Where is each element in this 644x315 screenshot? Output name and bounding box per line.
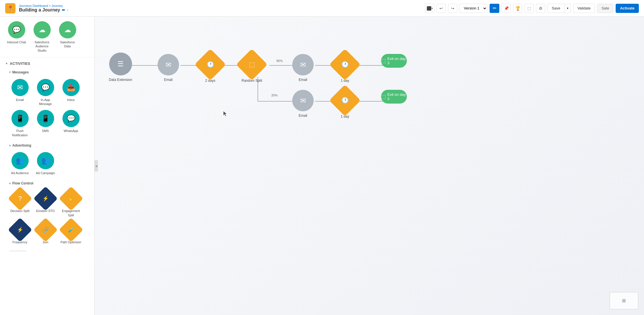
- canvas-minimap[interactable]: ⬛: [610, 292, 638, 309]
- messages-subsection-header[interactable]: ▾ Messages: [0, 68, 94, 77]
- sidebar-item-sms[interactable]: 📱 SMS: [35, 110, 56, 137]
- ad-campaign-label: Ad Campaign: [36, 171, 55, 175]
- messages-grid: ✉ Email 💬 In-App Message 📥 Inbox 📱 Push …: [0, 77, 94, 141]
- flow-control-label: Flow Control: [12, 181, 33, 185]
- edit-mode-button[interactable]: ✏: [490, 4, 499, 13]
- in-app-message-label: In-App Message: [35, 98, 56, 106]
- sidebar-item-whatsapp[interactable]: 💬 WhatsApp: [60, 110, 82, 137]
- sms-icon: 📱: [37, 110, 54, 127]
- flow-control-grid: ? Decision Split ⚡ Einstein STO ✋: [0, 188, 94, 248]
- sidebar-collapse-handle[interactable]: ◀: [95, 160, 98, 172]
- inbound-chat-label: Inbound Chat: [7, 40, 26, 44]
- messages-label: Messages: [12, 70, 29, 74]
- pointer-tool-button[interactable]: ⬛•: [425, 4, 434, 13]
- sidebar-item-engagement-split[interactable]: ✋ Engagement Split: [60, 190, 82, 217]
- engagement-split-icon: ✋: [59, 186, 83, 211]
- ad-audience-label: Ad Audience: [11, 171, 29, 175]
- ad-audience-icon: 👥: [11, 152, 29, 169]
- audience-studio-label: Salesforce Audience Studio: [31, 40, 53, 52]
- whatsapp-icon: 💬: [62, 110, 80, 127]
- pin-button[interactable]: 📌: [502, 4, 511, 13]
- sidebar-item-decision-split[interactable]: ? Decision Split: [9, 190, 31, 217]
- email1-node[interactable]: ✉ Email: [158, 54, 179, 82]
- random-split-node[interactable]: ⬚ Random Split: [241, 53, 263, 83]
- main-layout: 💬 Inbound Chat ☁ Salesforce Audience Stu…: [0, 17, 644, 315]
- messages-chevron-icon: ▾: [9, 71, 11, 74]
- sidebar-item-einstein-sto[interactable]: ⚡ Einstein STO: [35, 190, 56, 217]
- sidebar-item-salesforce-data[interactable]: ☁ Salesforce Data: [57, 21, 78, 52]
- activities-label: ACTIVITIES: [10, 61, 30, 66]
- path-optimizer-icon: 🧪: [59, 218, 83, 242]
- save-button[interactable]: Save: [547, 4, 565, 13]
- settings-button[interactable]: ⚙: [536, 4, 545, 13]
- breadcrumb-top[interactable]: Journeys Dashboard > Journey: [19, 4, 68, 7]
- salesforce-data-icon: ☁: [59, 21, 76, 38]
- sms-label: SMS: [42, 129, 49, 133]
- sidebar-item-push[interactable]: 📱 Push Notification: [9, 110, 31, 137]
- exit-top-node[interactable]: ⬚ Exit on day 3: [381, 54, 407, 68]
- sidebar-item-audience-studio[interactable]: ☁ Salesforce Audience Studio: [31, 21, 53, 52]
- email1-label: Email: [164, 78, 172, 82]
- flow-control-subsection-header[interactable]: ▾ Flow Control: [0, 179, 94, 188]
- redo-button[interactable]: ↪: [448, 4, 457, 13]
- canvas[interactable]: 80% 20% ☰ Data Extension ✉ Email 🕐 2 day…: [95, 17, 644, 315]
- sidebar-item-path-optimizer[interactable]: 🧪 Path Optimizer: [60, 221, 82, 244]
- validate-button[interactable]: Validate: [573, 4, 595, 13]
- exit-bottom-label: Exit on day 3: [387, 92, 407, 101]
- sidebar-item-join[interactable]: 🔗 Join: [35, 221, 56, 244]
- advertising-chevron-icon: ▾: [9, 144, 11, 147]
- goal-button[interactable]: 🏆: [513, 4, 522, 13]
- activities-section-header[interactable]: ▾ ACTIVITIES: [0, 57, 94, 68]
- sidebar-item-ad-audience[interactable]: 👥 Ad Audience: [9, 152, 31, 175]
- salesforce-data-label: Salesforce Data: [57, 40, 78, 48]
- sidebar-item-in-app-message[interactable]: 💬 In-App Message: [35, 79, 56, 106]
- email2-node[interactable]: ✉ Email: [292, 54, 314, 82]
- decision-split-icon: ?: [8, 186, 32, 211]
- activities-chevron-icon: ▾: [6, 62, 7, 65]
- email1-icon: ✉: [158, 54, 179, 75]
- exit-top-icon: ⬚ Exit on day 3: [381, 54, 407, 68]
- sidebar-item-email[interactable]: ✉ Email: [9, 79, 31, 106]
- state-badge: Sate: [597, 4, 614, 13]
- email2-icon: ✉: [292, 54, 314, 75]
- breadcrumb-chevron-icon: ›: [67, 8, 68, 12]
- advertising-grid: 👥 Ad Audience 👥 Ad Campaign: [0, 150, 94, 179]
- advertising-label: Advertising: [12, 143, 31, 147]
- data-extension-label: Data Extension: [109, 78, 132, 82]
- sidebar-item-inbound-chat[interactable]: 💬 Inbound Chat: [6, 21, 27, 52]
- sidebar-item-inbox[interactable]: 📥 Inbox: [60, 79, 82, 106]
- email-label: Email: [16, 98, 24, 102]
- data-extension-node[interactable]: ☰ Data Extension: [109, 52, 132, 82]
- activate-button[interactable]: Activate: [616, 4, 639, 13]
- email-icon: ✉: [11, 79, 29, 96]
- exit-bottom-icon: ⬚ Exit on day 3: [381, 90, 407, 104]
- advertising-subsection-header[interactable]: ▾ Advertising: [0, 141, 94, 150]
- engagement-split-label: Engagement Split: [60, 209, 82, 217]
- version-select[interactable]: Version 1: [460, 4, 487, 13]
- email2-label: Email: [299, 78, 307, 82]
- audience-studio-icon: ☁: [34, 21, 51, 38]
- export-button[interactable]: ⬚: [525, 4, 534, 13]
- breadcrumb: Journeys Dashboard > Journey Building a …: [19, 4, 68, 13]
- wait-1day-bottom-node[interactable]: 🕐 1 day: [334, 89, 356, 118]
- email3-node[interactable]: ✉ Email: [292, 90, 314, 118]
- wait-1day-top-node[interactable]: 🕐 1 day: [334, 53, 356, 83]
- wait-1day-top-icon: 🕐: [329, 49, 361, 80]
- sidebar-item-frequency[interactable]: ⚡ Frequency: [9, 221, 31, 244]
- email3-label: Email: [299, 114, 307, 118]
- email3-icon: ✉: [292, 90, 314, 111]
- wait-2days-icon: 🕐: [195, 49, 226, 80]
- sidebar-item-ad-campaign[interactable]: 👥 Ad Campaign: [35, 152, 56, 175]
- wait-2days-node[interactable]: 🕐 2 days: [199, 53, 221, 83]
- ad-campaign-icon: 👥: [37, 152, 54, 169]
- topbar: 📍 Journeys Dashboard > Journey Building …: [0, 0, 644, 17]
- top-path-percentage: 80%: [276, 59, 283, 63]
- frequency-icon: ⚡: [8, 218, 32, 242]
- exit-bottom-node[interactable]: ⬚ Exit on day 3: [381, 90, 407, 104]
- save-dropdown-button[interactable]: ▾: [565, 4, 571, 13]
- inbound-chat-icon: 💬: [8, 21, 25, 38]
- push-notification-label: Push Notification: [9, 129, 31, 137]
- undo-button[interactable]: ↩: [437, 4, 446, 13]
- edit-title-icon[interactable]: ✏: [62, 8, 65, 12]
- push-notification-icon: 📱: [11, 110, 29, 127]
